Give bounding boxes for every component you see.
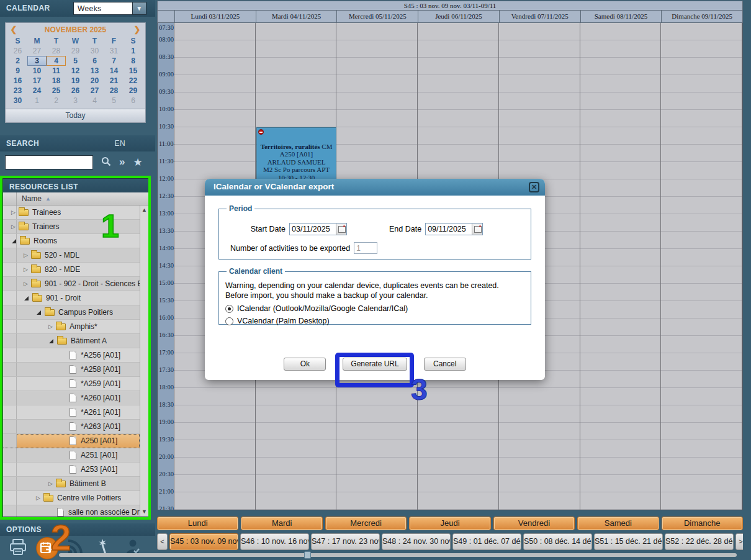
tree-row[interactable]: *A260 [A01] [3, 391, 140, 405]
mini-calendar-day[interactable]: 27 [27, 46, 47, 56]
tree-expanded-icon[interactable] [24, 296, 29, 300]
printer-icon[interactable] [9, 538, 27, 558]
mini-calendar-day[interactable]: 25 [47, 86, 66, 96]
dialog-titlebar[interactable]: ICalendar or VCalendar export ✕ [205, 179, 545, 196]
week-tab[interactable]: S49 : 01 déc. 07 déc. [452, 533, 521, 550]
tree-collapsed-icon[interactable]: ▷ [22, 281, 30, 287]
mini-calendar-day[interactable]: 29 [66, 46, 85, 56]
tree-row[interactable]: A251 [A01] [3, 448, 140, 463]
mini-calendar-day[interactable]: 31 [104, 46, 124, 56]
mini-calendar-day[interactable]: 4 [85, 96, 104, 106]
tree-row[interactable]: ▷820 - MDE [3, 263, 140, 277]
day-tab[interactable]: Samedi [577, 517, 659, 530]
tree-row[interactable]: *A259 [A01] [3, 377, 140, 391]
previous-weeks-button[interactable]: < [157, 533, 168, 550]
tree-row[interactable]: *A256 [A01] [3, 348, 140, 363]
mini-calendar-day[interactable]: 5 [104, 96, 124, 106]
tree-row[interactable]: ▷Amphis* [3, 320, 140, 334]
week-tab[interactable]: S50 : 08 déc. 14 déc. [523, 533, 592, 550]
scroll-down-icon[interactable]: ▼ [140, 508, 148, 515]
mini-calendar-selected-day[interactable]: 3 [27, 56, 47, 66]
tree-collapsed-icon[interactable]: ▷ [22, 266, 30, 273]
mini-calendar-day[interactable]: 12 [66, 66, 85, 76]
tree-row[interactable]: ▷Trainers [3, 220, 140, 234]
mini-calendar-day[interactable]: 30 [85, 46, 104, 56]
mini-calendar-day[interactable]: 5 [66, 56, 85, 66]
mini-calendar-day[interactable]: 28 [104, 86, 124, 96]
mini-calendar-day[interactable]: 6 [85, 56, 104, 66]
today-button[interactable]: Today [6, 109, 145, 122]
tree-row[interactable]: Campus Poitiers [3, 305, 140, 320]
generate-url-button[interactable]: Generate URL [343, 358, 407, 371]
start-date-input[interactable] [290, 224, 336, 235]
mini-calendar-day[interactable]: 20 [85, 76, 104, 86]
tree-row[interactable]: *A258 [A01] [3, 363, 140, 377]
week-tab[interactable]: S47 : 17 nov. 23 nov. [311, 533, 380, 550]
scroll-up-icon[interactable]: ▲ [140, 207, 148, 213]
tree-row[interactable]: ▷Centre ville Poitiers [3, 491, 140, 505]
week-tab-selected[interactable]: S45 : 03 nov. 09 nov. [169, 533, 238, 550]
tree-collapsed-icon[interactable]: ▷ [47, 323, 55, 330]
tree-row[interactable]: Bâtiment A [3, 334, 140, 348]
day-tab[interactable]: Dimanche [662, 517, 743, 530]
chevron-down-icon[interactable]: ▼ [132, 2, 146, 14]
ok-button[interactable]: Ok [284, 358, 326, 371]
day-tab[interactable]: Lundi [157, 517, 238, 530]
view-mode-select[interactable]: Weeks ▼ [73, 2, 146, 15]
day-tab[interactable]: Mercredi [325, 517, 407, 530]
week-tab[interactable]: S48 : 24 nov. 30 nov. [382, 533, 451, 550]
cancel-button[interactable]: Cancel [424, 358, 466, 371]
name-column-header[interactable]: Name ▲ [3, 192, 149, 205]
tree-expanded-icon[interactable] [37, 310, 41, 315]
tree-row[interactable]: ▷901 - 902 - Droit - Sciences E [3, 277, 140, 291]
mini-calendar-day[interactable]: 23 [8, 86, 27, 96]
mini-calendar-day[interactable]: 11 [47, 66, 66, 76]
mini-calendar-day[interactable]: 19 [66, 76, 85, 86]
tree-row[interactable]: ▷Bâtiment B [3, 477, 140, 491]
sort-ascending-icon[interactable]: ▲ [45, 196, 51, 202]
mini-calendar-day[interactable]: 2 [8, 56, 27, 66]
week-tab[interactable]: S46 : 10 nov. 16 nov. [240, 533, 309, 550]
mini-calendar-day[interactable]: 18 [47, 76, 66, 86]
week-tab[interactable]: S52 : 22 déc. 28 déc. [665, 533, 734, 550]
radio-option[interactable]: ICalendar (Outlook/Mozilla/Google Calend… [225, 304, 524, 313]
advanced-search-icon[interactable]: » [119, 156, 125, 168]
day-tab[interactable]: Jeudi [409, 517, 490, 530]
mini-calendar-day[interactable]: 17 [27, 76, 47, 86]
radio-checked-icon[interactable] [225, 305, 233, 313]
tree-row[interactable]: *A261 [A01] [3, 405, 140, 420]
mini-calendar-day[interactable]: 6 [124, 96, 143, 106]
close-icon[interactable]: ✕ [529, 182, 539, 192]
tree-row[interactable]: ▷Trainees [3, 205, 140, 220]
mini-calendar-day[interactable]: 7 [104, 56, 124, 66]
tree-row[interactable]: Rooms [3, 234, 140, 248]
search-icon[interactable] [101, 156, 111, 168]
tree-collapsed-icon[interactable]: ▷ [47, 481, 55, 487]
mini-calendar-day[interactable]: 14 [104, 66, 124, 76]
activity-count-input[interactable] [354, 242, 377, 254]
mini-calendar-day[interactable]: 1 [27, 96, 47, 106]
next-weeks-button[interactable]: > [735, 533, 743, 550]
mini-calendar-day[interactable]: 22 [124, 76, 143, 86]
mini-calendar-day[interactable]: 26 [8, 46, 27, 56]
mini-calendar-day[interactable]: 13 [85, 66, 104, 76]
mini-calendar-day[interactable]: 15 [124, 66, 143, 76]
export-calendar-icon[interactable] [36, 537, 58, 559]
mini-calendar-day[interactable]: 27 [85, 86, 104, 96]
week-tab[interactable]: S51 : 15 déc. 21 déc. [594, 533, 663, 550]
mini-calendar-day[interactable]: 24 [27, 86, 47, 96]
tree-collapsed-icon[interactable]: ▷ [22, 252, 30, 258]
mini-calendar-day[interactable]: 9 [8, 66, 27, 76]
radio-option[interactable]: VCalendar (Palm Desktop) [225, 317, 524, 325]
end-date-input[interactable] [426, 224, 472, 235]
tree-row-selected[interactable]: A250 [A01] [3, 434, 140, 448]
day-tab[interactable]: Vendredi [493, 517, 575, 530]
search-input[interactable] [5, 155, 93, 169]
mini-calendar-day[interactable]: 28 [47, 46, 66, 56]
mini-calendar-day[interactable]: 16 [8, 76, 27, 86]
mini-calendar-day[interactable]: 26 [66, 86, 85, 96]
horizontal-scrollbar[interactable] [59, 553, 737, 557]
tree-expanded-icon[interactable] [49, 339, 53, 343]
mini-calendar-day[interactable]: 3 [66, 96, 85, 106]
start-date-picker-icon[interactable] [336, 224, 346, 235]
